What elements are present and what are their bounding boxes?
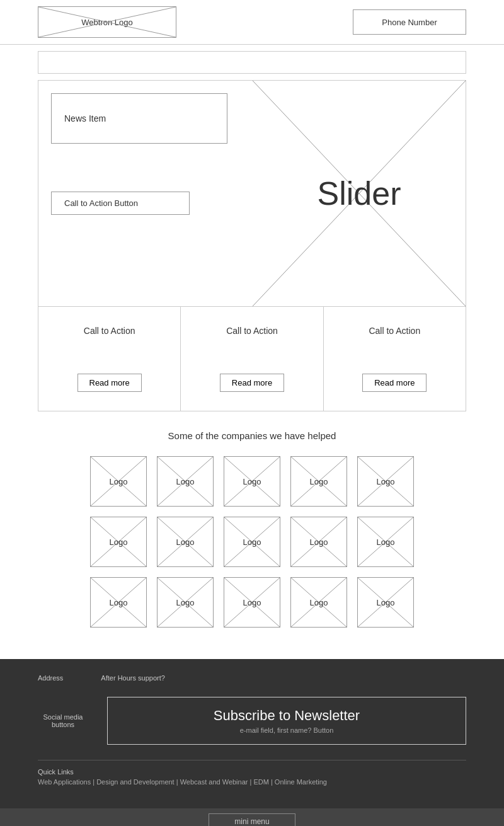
logo-9: Logo bbox=[290, 517, 347, 567]
footer-address: Address bbox=[38, 674, 63, 682]
newsletter-title: Subscribe to Newsletter bbox=[123, 708, 450, 724]
mini-menu-section[interactable]: mini menu bbox=[0, 808, 504, 826]
footer-links-list[interactable]: Web Applications | Design and Developmen… bbox=[38, 778, 466, 786]
cta-button-label: Call to Action Button bbox=[64, 198, 138, 208]
logo-15: Logo bbox=[357, 577, 414, 628]
logos-row-3: Logo Logo Logo Logo Logo bbox=[90, 577, 414, 628]
cta-card-2: Call to Action Read more bbox=[181, 307, 323, 411]
logo-8: Logo bbox=[224, 517, 280, 567]
logo-14: Logo bbox=[290, 577, 347, 628]
cta-card-3: Call to Action Read more bbox=[324, 307, 466, 411]
read-more-button-3[interactable]: Read more bbox=[362, 374, 427, 392]
logo-4: Logo bbox=[290, 456, 347, 507]
footer-middle: Social media buttons Subscribe to Newsle… bbox=[38, 697, 466, 745]
site-header: Webtron Logo Phone Number bbox=[0, 0, 504, 45]
read-more-button-2[interactable]: Read more bbox=[220, 374, 284, 392]
mini-menu-box[interactable]: mini menu bbox=[209, 813, 295, 826]
logo-10: Logo bbox=[357, 517, 414, 567]
logo-11: Logo bbox=[90, 577, 147, 628]
logos-grid: Logo Logo Logo Logo Logo Logo bbox=[38, 456, 466, 628]
newsletter-box[interactable]: Subscribe to Newsletter e-mail field, fi… bbox=[107, 697, 466, 745]
social-media-label: Social media buttons bbox=[38, 713, 88, 728]
hero-section: News Item Call to Action Button Slider bbox=[38, 80, 466, 307]
read-more-button-1[interactable]: Read more bbox=[77, 374, 142, 392]
slider-area: Slider bbox=[253, 81, 466, 306]
cta-card-1-title: Call to Action bbox=[84, 326, 135, 336]
footer-after-hours: After Hours support? bbox=[101, 674, 165, 682]
logo-5: Logo bbox=[357, 456, 414, 507]
logos-row-1: Logo Logo Logo Logo Logo bbox=[90, 456, 414, 507]
phone-label: Phone Number bbox=[382, 18, 437, 27]
logo-13: Logo bbox=[224, 577, 280, 628]
footer-top: Address After Hours support? bbox=[38, 674, 466, 682]
logo-7: Logo bbox=[157, 517, 214, 567]
companies-section: Some of the companies we have helped Log… bbox=[0, 411, 504, 640]
footer-links-section: Quick Links Web Applications | Design an… bbox=[38, 760, 466, 786]
logo-6: Logo bbox=[90, 517, 147, 567]
logo-12: Logo bbox=[157, 577, 214, 628]
logo-2: Logo bbox=[157, 456, 214, 507]
phone-number-box: Phone Number bbox=[353, 9, 466, 35]
news-item-label: News Item bbox=[64, 113, 106, 123]
logos-row-2: Logo Logo Logo Logo Logo bbox=[90, 517, 414, 567]
webtron-logo: Webtron Logo bbox=[38, 6, 176, 38]
hero-left-panel: News Item Call to Action Button bbox=[38, 81, 253, 306]
logo-label: Webtron Logo bbox=[81, 18, 132, 27]
cta-card-2-title: Call to Action bbox=[226, 326, 278, 336]
logo-1: Logo bbox=[90, 456, 147, 507]
navigation-bar[interactable] bbox=[38, 51, 466, 74]
newsletter-sub: e-mail field, first name? Button bbox=[123, 726, 450, 734]
news-item-box: News Item bbox=[51, 93, 227, 144]
footer-links-label: Quick Links bbox=[38, 768, 466, 776]
cta-section: Call to Action Read more Call to Action … bbox=[38, 307, 466, 411]
cta-button-box[interactable]: Call to Action Button bbox=[51, 192, 190, 215]
companies-title: Some of the companies we have helped bbox=[38, 430, 466, 441]
slider-label: Slider bbox=[318, 175, 401, 212]
cta-card-3-title: Call to Action bbox=[369, 326, 420, 336]
cta-card-1: Call to Action Read more bbox=[38, 307, 181, 411]
site-footer: Address After Hours support? Social medi… bbox=[0, 659, 504, 808]
logo-3: Logo bbox=[224, 456, 280, 507]
